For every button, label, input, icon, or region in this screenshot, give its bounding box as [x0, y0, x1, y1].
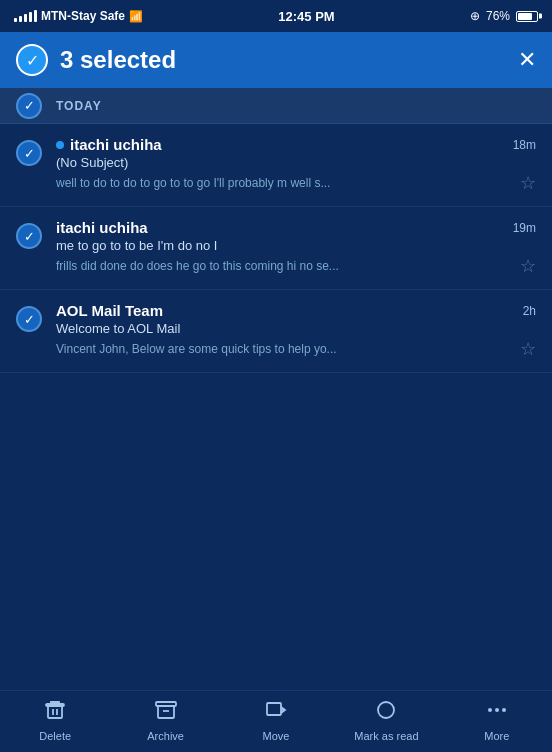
section-checkbox[interactable]: ✓ — [16, 93, 42, 119]
delete-icon — [43, 698, 67, 726]
star-icon-2[interactable]: ☆ — [520, 255, 536, 277]
signal-icon — [14, 10, 37, 22]
toolbar-delete[interactable]: Delete — [0, 698, 110, 742]
email-sender-3: AOL Mail Team — [56, 302, 163, 319]
move-icon — [264, 698, 288, 726]
email-content-3: AOL Mail Team 2h Welcome to AOL Mail Vin… — [56, 302, 536, 360]
unread-dot-1 — [56, 141, 64, 149]
svg-point-10 — [488, 708, 492, 712]
email-item-1[interactable]: ✓ itachi uchiha 18m (No Subject) well to… — [0, 124, 552, 207]
email-sender-1: itachi uchiha — [56, 136, 162, 153]
email-sender-row-1: itachi uchiha 18m — [56, 136, 536, 153]
star-icon-1[interactable]: ☆ — [520, 172, 536, 194]
toolbar-mark[interactable]: Mark as read — [331, 698, 441, 742]
more-icon — [485, 698, 509, 726]
select-all-check[interactable]: ✓ — [16, 44, 48, 76]
svg-point-12 — [502, 708, 506, 712]
bottom-toolbar: Delete Archive Move Mark as read — [0, 690, 552, 752]
svg-rect-7 — [267, 703, 281, 715]
toolbar-more[interactable]: More — [442, 698, 552, 742]
email-content-1: itachi uchiha 18m (No Subject) well to d… — [56, 136, 536, 194]
mark-label: Mark as read — [354, 730, 418, 742]
more-label: More — [484, 730, 509, 742]
email-item-2[interactable]: ✓ itachi uchiha 19m me to go to to be I'… — [0, 207, 552, 290]
carrier-name: MTN-Stay Safe — [41, 9, 125, 23]
mark-read-icon — [374, 698, 398, 726]
header-left: ✓ 3 selected — [16, 44, 176, 76]
status-right: ⊕ 76% — [470, 9, 538, 23]
email-time-1: 18m — [513, 138, 536, 152]
status-bar: MTN-Stay Safe 📶 12:45 PM ⊕ 76% — [0, 0, 552, 32]
status-carrier: MTN-Stay Safe 📶 — [14, 9, 143, 23]
email-preview-row-2: frills did done do does he go to this co… — [56, 255, 536, 277]
svg-rect-1 — [48, 706, 62, 718]
svg-rect-5 — [158, 706, 174, 718]
toolbar-archive[interactable]: Archive — [110, 698, 220, 742]
email-time-2: 19m — [513, 221, 536, 235]
email-preview-row-1: well to do to do to go to to go I'll pro… — [56, 172, 536, 194]
selection-header: ✓ 3 selected ✕ — [0, 32, 552, 88]
email-subject-2: me to go to to be I'm do no I — [56, 238, 536, 253]
email-item-3[interactable]: ✓ AOL Mail Team 2h Welcome to AOL Mail V… — [0, 290, 552, 373]
close-button[interactable]: ✕ — [518, 49, 536, 71]
email-subject-1: (No Subject) — [56, 155, 536, 170]
email-checkbox-3[interactable]: ✓ — [16, 306, 42, 332]
email-content-2: itachi uchiha 19m me to go to to be I'm … — [56, 219, 536, 277]
status-time: 12:45 PM — [278, 9, 334, 24]
screen-icon: ⊕ — [470, 9, 480, 23]
email-time-3: 2h — [523, 304, 536, 318]
email-preview-3: Vincent John, Below are some quick tips … — [56, 342, 337, 356]
section-header-today: ✓ TODAY — [0, 88, 552, 124]
email-preview-2: frills did done do does he go to this co… — [56, 259, 339, 273]
battery-percent: 76% — [486, 9, 510, 23]
email-sender-2: itachi uchiha — [56, 219, 148, 236]
section-label: TODAY — [56, 99, 102, 113]
email-subject-3: Welcome to AOL Mail — [56, 321, 536, 336]
email-preview-1: well to do to do to go to to go I'll pro… — [56, 176, 330, 190]
battery-icon — [516, 11, 538, 22]
archive-icon — [154, 698, 178, 726]
empty-content — [0, 373, 552, 723]
archive-label: Archive — [147, 730, 184, 742]
email-checkbox-1[interactable]: ✓ — [16, 140, 42, 166]
email-sender-row-2: itachi uchiha 19m — [56, 219, 536, 236]
email-checkbox-2[interactable]: ✓ — [16, 223, 42, 249]
wifi-icon: 📶 — [129, 10, 143, 23]
svg-point-11 — [495, 708, 499, 712]
star-icon-3[interactable]: ☆ — [520, 338, 536, 360]
email-preview-row-3: Vincent John, Below are some quick tips … — [56, 338, 536, 360]
selected-count: 3 selected — [60, 46, 176, 74]
move-label: Move — [263, 730, 290, 742]
email-sender-row-3: AOL Mail Team 2h — [56, 302, 536, 319]
toolbar-move[interactable]: Move — [221, 698, 331, 742]
delete-label: Delete — [39, 730, 71, 742]
email-list: ✓ itachi uchiha 18m (No Subject) well to… — [0, 124, 552, 373]
svg-point-9 — [378, 702, 394, 718]
